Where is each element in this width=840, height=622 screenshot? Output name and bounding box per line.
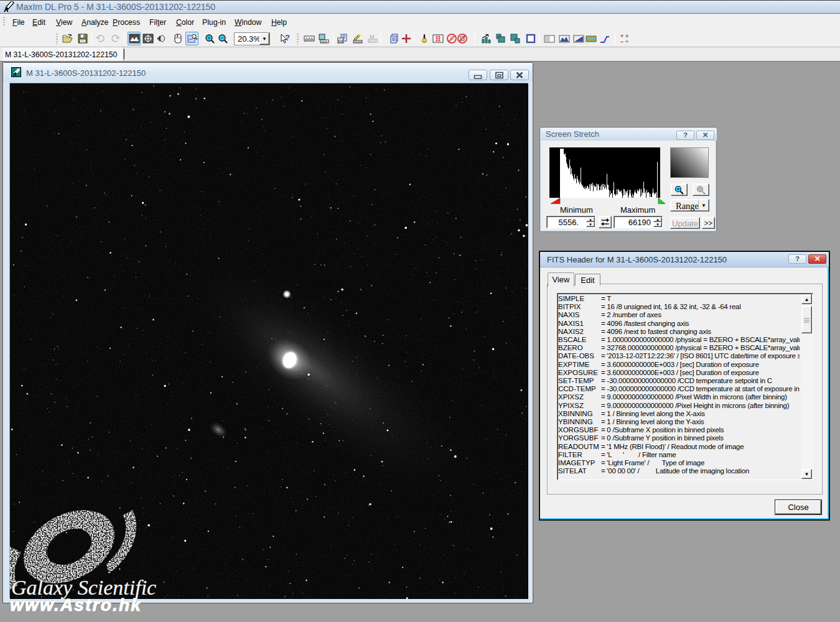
svg-text:÷: ÷ [625,39,628,44]
svg-text:–: – [620,39,623,44]
svg-text:?: ? [285,33,290,42]
